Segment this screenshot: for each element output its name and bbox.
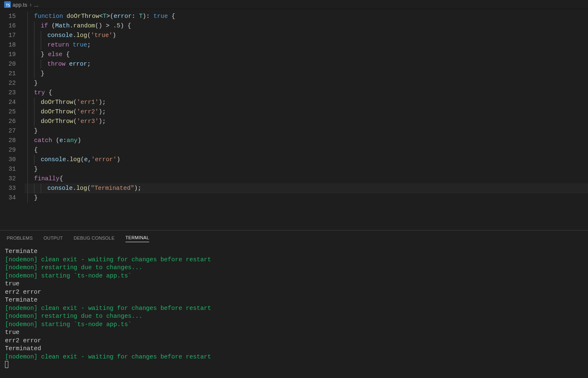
terminal-line: true	[5, 329, 583, 337]
breadcrumb-file-name[interactable]: app.ts	[12, 2, 27, 8]
terminal-line: [nodemon] clean exit - waiting for chang…	[5, 304, 583, 313]
line-number: 20	[0, 59, 16, 69]
line-number: 32	[0, 174, 16, 184]
line-number: 33	[0, 184, 16, 193]
panel-tab-problems[interactable]: PROBLEMS	[7, 234, 33, 242]
breadcrumb-more[interactable]: ...	[34, 2, 39, 8]
terminal-line: [nodemon] starting `ts-node app.ts`	[5, 272, 583, 280]
typescript-file-icon: TS	[4, 1, 11, 8]
code-line[interactable]: }	[25, 126, 588, 136]
line-number-gutter: 1516171819202122232425262728293031323334	[0, 12, 25, 230]
code-line[interactable]: console.log('true')	[25, 31, 588, 40]
terminal-line: Terminate	[5, 248, 583, 256]
terminal-line: [nodemon] starting `ts-node app.ts`	[5, 321, 583, 329]
line-number: 23	[0, 88, 16, 98]
terminal-line: [nodemon] clean exit - waiting for chang…	[5, 353, 583, 361]
code-line[interactable]: console.log("Terminated");	[25, 184, 588, 193]
code-editor[interactable]: 1516171819202122232425262728293031323334…	[0, 9, 588, 230]
code-line[interactable]: }	[25, 79, 588, 88]
line-number: 30	[0, 155, 16, 164]
line-number: 18	[0, 40, 16, 50]
bottom-panel: PROBLEMSOUTPUTDEBUG CONSOLETERMINAL Term…	[0, 230, 588, 378]
line-number: 16	[0, 21, 16, 31]
terminal-cursor	[5, 361, 8, 368]
line-number: 22	[0, 79, 16, 88]
line-number: 28	[0, 136, 16, 145]
terminal-output[interactable]: Terminate[nodemon] clean exit - waiting …	[0, 245, 588, 378]
line-number: 29	[0, 145, 16, 155]
code-line[interactable]: return true;	[25, 40, 588, 50]
terminal-line: err2 error	[5, 337, 583, 345]
code-line[interactable]: doOrThrow('err3');	[25, 117, 588, 126]
line-number: 25	[0, 107, 16, 117]
code-line[interactable]: finally{	[25, 174, 588, 184]
line-number: 21	[0, 69, 16, 79]
code-line[interactable]: function doOrThrow<T>(error: T): true {	[25, 12, 588, 21]
line-number: 31	[0, 164, 16, 174]
line-number: 27	[0, 126, 16, 136]
line-number: 19	[0, 50, 16, 59]
line-number: 15	[0, 12, 16, 21]
code-line[interactable]: }	[25, 193, 588, 203]
terminal-line: [nodemon] restarting due to changes...	[5, 312, 583, 321]
line-number: 24	[0, 98, 16, 107]
code-line[interactable]: try {	[25, 88, 588, 98]
chevron-right-icon: ›	[29, 1, 32, 8]
panel-tab-output[interactable]: OUTPUT	[44, 234, 63, 242]
code-line[interactable]: doOrThrow('err2');	[25, 107, 588, 117]
terminal-line: true	[5, 280, 583, 288]
line-number: 17	[0, 31, 16, 40]
code-line[interactable]: if (Math.random() > .5) {	[25, 21, 588, 31]
code-line[interactable]: catch (e:any)	[25, 136, 588, 145]
terminal-line: Terminate	[5, 296, 583, 304]
terminal-line: [nodemon] restarting due to changes...	[5, 264, 583, 272]
code-line[interactable]: console.log(e,'error')	[25, 155, 588, 164]
code-line[interactable]: } else {	[25, 50, 588, 59]
panel-tab-terminal[interactable]: TERMINAL	[125, 233, 149, 242]
panel-tab-debug-console[interactable]: DEBUG CONSOLE	[74, 234, 115, 242]
code-area[interactable]: function doOrThrow<T>(error: T): true {i…	[25, 12, 588, 230]
code-line[interactable]: throw error;	[25, 59, 588, 69]
line-number: 34	[0, 193, 16, 203]
line-number: 26	[0, 117, 16, 126]
code-line[interactable]: {	[25, 145, 588, 155]
code-line[interactable]: doOrThrow('err1');	[25, 98, 588, 107]
code-line[interactable]: }	[25, 69, 588, 79]
panel-tabs: PROBLEMSOUTPUTDEBUG CONSOLETERMINAL	[0, 231, 588, 245]
terminal-line: Terminated	[5, 345, 583, 353]
terminal-line: [nodemon] clean exit - waiting for chang…	[5, 256, 583, 264]
terminal-line: err2 error	[5, 288, 583, 297]
code-line[interactable]: }	[25, 164, 588, 174]
breadcrumb[interactable]: TS app.ts › ...	[0, 0, 588, 9]
